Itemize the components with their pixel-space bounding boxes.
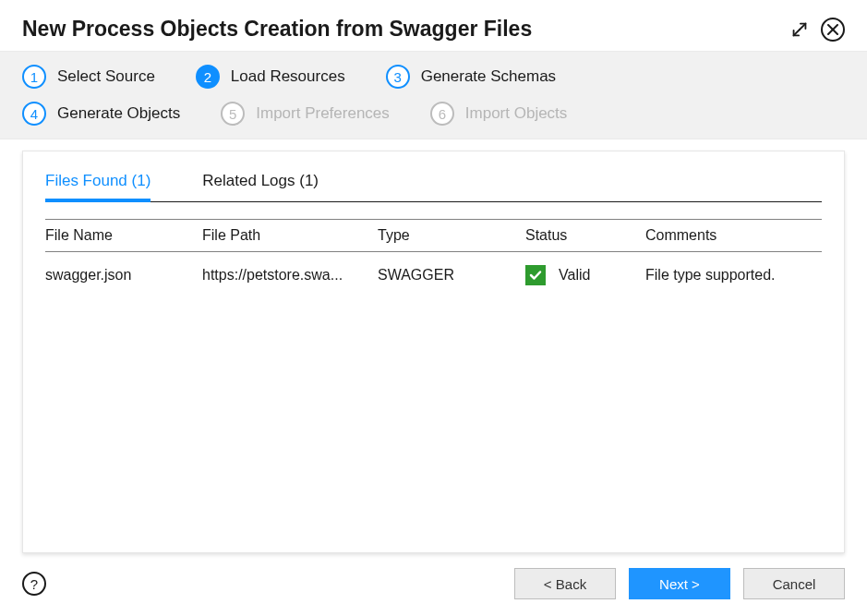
back-button[interactable]: < Back: [514, 568, 616, 599]
svg-line-0: [794, 30, 800, 35]
footer-buttons: < Back Next > Cancel: [514, 568, 845, 599]
step-number: 2: [196, 65, 220, 89]
step-number: 4: [22, 102, 46, 126]
col-file-path: File Path: [202, 227, 378, 244]
next-button[interactable]: Next >: [629, 568, 730, 599]
table-row[interactable]: swagger.json https://petstore.swa... SWA…: [45, 252, 822, 285]
step-label: Load Resources: [231, 67, 345, 86]
step-label: Generate Schemas: [421, 67, 556, 86]
step-import-objects: 6 Import Objects: [430, 102, 568, 126]
cell-comments: File type supported.: [645, 267, 822, 284]
dialog-header: New Process Objects Creation from Swagge…: [0, 0, 867, 51]
step-number: 5: [221, 102, 245, 126]
col-file-name: File Name: [45, 227, 202, 244]
status-text: Valid: [559, 267, 590, 284]
step-number: 6: [430, 102, 454, 126]
tab-bar: Files Found (1) Related Logs (1): [45, 172, 822, 202]
step-import-preferences: 5 Import Preferences: [221, 102, 390, 126]
cancel-button[interactable]: Cancel: [743, 568, 845, 599]
content-area: Files Found (1) Related Logs (1) File Na…: [0, 139, 867, 553]
steps-row-1: 1 Select Source 2 Load Resources 3 Gener…: [22, 65, 845, 89]
help-icon[interactable]: ?: [22, 572, 46, 596]
cell-type: SWAGGER: [378, 267, 525, 284]
check-icon: [525, 265, 546, 285]
step-select-source[interactable]: 1 Select Source: [22, 65, 155, 89]
tab-related-logs[interactable]: Related Logs (1): [202, 172, 319, 201]
files-table: File Name File Path Type Status Comments…: [45, 219, 822, 285]
dialog-footer: ? < Back Next > Cancel: [0, 553, 867, 616]
step-label: Import Preferences: [256, 104, 390, 123]
step-label: Generate Objects: [57, 104, 180, 123]
step-generate-schemas[interactable]: 3 Generate Schemas: [386, 65, 556, 89]
close-icon[interactable]: [821, 18, 845, 42]
cell-status: Valid: [525, 265, 645, 285]
step-load-resources[interactable]: 2 Load Resources: [196, 65, 345, 89]
col-status: Status: [525, 227, 645, 244]
tab-files-found[interactable]: Files Found (1): [45, 172, 151, 201]
dialog-root: New Process Objects Creation from Swagge…: [0, 0, 867, 616]
wizard-steps: 1 Select Source 2 Load Resources 3 Gener…: [0, 51, 867, 139]
steps-row-2: 4 Generate Objects 5 Import Preferences …: [22, 102, 845, 126]
maximize-icon[interactable]: [789, 19, 810, 40]
svg-line-1: [800, 23, 805, 29]
table-header: File Name File Path Type Status Comments: [45, 219, 822, 252]
window-controls: [789, 18, 845, 42]
step-label: Import Objects: [465, 104, 568, 123]
dialog-title: New Process Objects Creation from Swagge…: [22, 17, 532, 42]
step-label: Select Source: [57, 67, 155, 86]
cell-file-name: swagger.json: [45, 267, 202, 284]
col-comments: Comments: [645, 227, 822, 244]
step-generate-objects[interactable]: 4 Generate Objects: [22, 102, 180, 126]
step-number: 3: [386, 65, 410, 89]
cell-file-path: https://petstore.swa...: [202, 267, 378, 284]
step-number: 1: [22, 65, 46, 89]
content-panel: Files Found (1) Related Logs (1) File Na…: [22, 151, 845, 553]
col-type: Type: [378, 227, 525, 244]
